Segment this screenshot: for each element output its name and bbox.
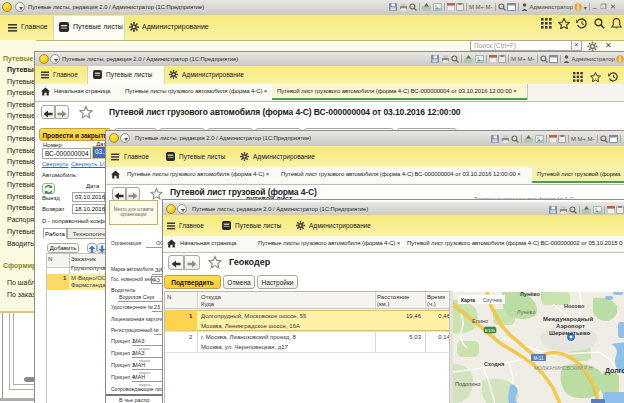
svg-text:Елино: Елино — [472, 318, 488, 324]
svg-text:Спутник: Спутник — [483, 297, 503, 303]
svg-text:Лунёво: Лунёво — [517, 309, 535, 315]
svg-text:E105: E105 — [485, 328, 495, 333]
svg-text:Карта: Карта — [461, 297, 475, 303]
svg-text:М-11: М-11 — [534, 356, 544, 361]
svg-text:Подолино: Подолино — [455, 381, 480, 387]
svg-text:Лунёво: Лунёво — [520, 292, 541, 297]
svg-text:Шереметьево: Шереметьево — [549, 330, 591, 336]
svg-text:Долгопр: Долгопр — [605, 367, 624, 375]
svg-text:Международный: Международный — [543, 316, 593, 322]
svg-text:МОЛЖАНИНОВСКИЙ Р-Н: МОЛЖАНИНОВСКИЙ Р-Н — [534, 364, 593, 371]
svg-text:Аэропорт: Аэропорт — [556, 323, 585, 329]
svg-text:Сходня: Сходня — [484, 361, 504, 367]
svg-text:Носово: Носово — [564, 303, 585, 309]
